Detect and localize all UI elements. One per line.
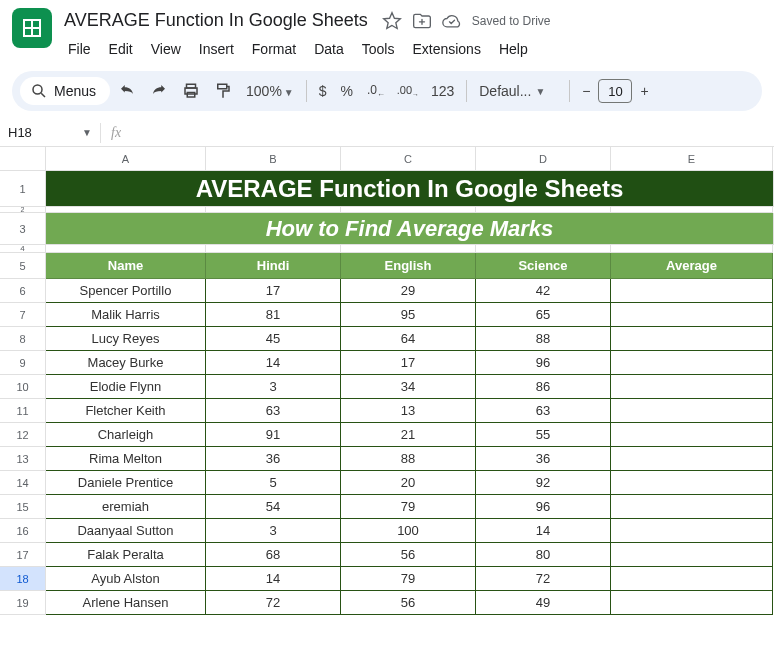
col-header-A[interactable]: A — [46, 147, 206, 170]
row-header[interactable]: 19 — [0, 591, 46, 615]
cell-english[interactable]: 29 — [341, 279, 476, 303]
increase-decimal-button[interactable]: .00→ — [393, 76, 423, 106]
cell-english[interactable]: 95 — [341, 303, 476, 327]
cell-science[interactable]: 55 — [476, 423, 611, 447]
header-average[interactable]: Average — [611, 253, 773, 279]
cell-average[interactable] — [611, 375, 773, 399]
zoom-select[interactable]: 100% ▼ — [240, 83, 300, 99]
cell-hindi[interactable]: 72 — [206, 591, 341, 615]
header-name[interactable]: Name — [46, 253, 206, 279]
print-button[interactable] — [176, 76, 206, 106]
cell-name[interactable]: Daanyaal Sutton — [46, 519, 206, 543]
cell-name[interactable]: Daniele Prentice — [46, 471, 206, 495]
currency-button[interactable]: $ — [313, 83, 333, 99]
document-title[interactable]: AVERAGE Function In Google Sheets — [60, 8, 372, 33]
row-header[interactable]: 4 — [0, 245, 46, 253]
menu-insert[interactable]: Insert — [191, 37, 242, 61]
menu-extensions[interactable]: Extensions — [404, 37, 488, 61]
star-icon[interactable] — [382, 11, 402, 31]
redo-button[interactable] — [144, 76, 174, 106]
row-header[interactable]: 1 — [0, 171, 46, 207]
cell-average[interactable] — [611, 327, 773, 351]
cell-english[interactable]: 64 — [341, 327, 476, 351]
cell-name[interactable]: Elodie Flynn — [46, 375, 206, 399]
cell-hindi[interactable]: 81 — [206, 303, 341, 327]
cell-name[interactable]: Spencer Portillo — [46, 279, 206, 303]
cell-science[interactable]: 80 — [476, 543, 611, 567]
cell-average[interactable] — [611, 279, 773, 303]
cell-average[interactable] — [611, 447, 773, 471]
col-header-D[interactable]: D — [476, 147, 611, 170]
row-header[interactable]: 12 — [0, 423, 46, 447]
cell-english[interactable]: 13 — [341, 399, 476, 423]
cell-average[interactable] — [611, 303, 773, 327]
cell-science[interactable]: 36 — [476, 447, 611, 471]
cell-average[interactable] — [611, 591, 773, 615]
cell-name[interactable]: Falak Peralta — [46, 543, 206, 567]
cell-science[interactable]: 63 — [476, 399, 611, 423]
font-size-input[interactable]: 10 — [598, 79, 632, 103]
cell-science[interactable]: 65 — [476, 303, 611, 327]
menu-tools[interactable]: Tools — [354, 37, 403, 61]
cell-english[interactable]: 21 — [341, 423, 476, 447]
cell-science[interactable]: 92 — [476, 471, 611, 495]
cell-hindi[interactable]: 14 — [206, 351, 341, 375]
font-select[interactable]: Defaul... ▼ — [473, 83, 563, 99]
paint-format-button[interactable] — [208, 76, 238, 106]
row-header[interactable]: 10 — [0, 375, 46, 399]
menu-view[interactable]: View — [143, 37, 189, 61]
row-header[interactable]: 13 — [0, 447, 46, 471]
cell-english[interactable]: 88 — [341, 447, 476, 471]
search-menus[interactable]: Menus — [20, 77, 110, 105]
cell-name[interactable]: Rima Melton — [46, 447, 206, 471]
menu-edit[interactable]: Edit — [101, 37, 141, 61]
increase-font-button[interactable]: + — [634, 83, 654, 99]
cell-name[interactable]: eremiah — [46, 495, 206, 519]
cell-name[interactable]: Charleigh — [46, 423, 206, 447]
cell-english[interactable]: 100 — [341, 519, 476, 543]
decrease-font-button[interactable]: − — [576, 83, 596, 99]
cell-name[interactable]: Arlene Hansen — [46, 591, 206, 615]
cell-hindi[interactable]: 68 — [206, 543, 341, 567]
select-all-corner[interactable] — [0, 147, 46, 170]
row-header[interactable]: 16 — [0, 519, 46, 543]
col-header-E[interactable]: E — [611, 147, 773, 170]
header-hindi[interactable]: Hindi — [206, 253, 341, 279]
row-header[interactable]: 15 — [0, 495, 46, 519]
menu-data[interactable]: Data — [306, 37, 352, 61]
cell-english[interactable]: 79 — [341, 567, 476, 591]
cell-english[interactable]: 34 — [341, 375, 476, 399]
cell-hindi[interactable]: 45 — [206, 327, 341, 351]
cell[interactable] — [341, 245, 476, 253]
cell-hindi[interactable]: 36 — [206, 447, 341, 471]
cell-science[interactable]: 96 — [476, 495, 611, 519]
cell-science[interactable]: 42 — [476, 279, 611, 303]
cell-hindi[interactable]: 54 — [206, 495, 341, 519]
col-header-C[interactable]: C — [341, 147, 476, 170]
menu-help[interactable]: Help — [491, 37, 536, 61]
row-header[interactable]: 8 — [0, 327, 46, 351]
cell[interactable] — [46, 245, 206, 253]
row-header[interactable]: 7 — [0, 303, 46, 327]
cell-hindi[interactable]: 5 — [206, 471, 341, 495]
menu-file[interactable]: File — [60, 37, 99, 61]
cell-average[interactable] — [611, 471, 773, 495]
cell-hindi[interactable]: 63 — [206, 399, 341, 423]
cell-hindi[interactable]: 14 — [206, 567, 341, 591]
undo-button[interactable] — [112, 76, 142, 106]
number-format-button[interactable]: 123 — [425, 83, 460, 99]
banner-subtitle-cell[interactable]: How to Find Average Marks — [46, 213, 774, 245]
cell-average[interactable] — [611, 519, 773, 543]
cell-average[interactable] — [611, 543, 773, 567]
cell-average[interactable] — [611, 399, 773, 423]
cell-hindi[interactable]: 3 — [206, 375, 341, 399]
cell-english[interactable]: 79 — [341, 495, 476, 519]
cloud-icon[interactable] — [442, 11, 462, 31]
cell-science[interactable]: 14 — [476, 519, 611, 543]
formula-input[interactable] — [131, 125, 774, 140]
header-english[interactable]: English — [341, 253, 476, 279]
cell-name[interactable]: Lucy Reyes — [46, 327, 206, 351]
row-header[interactable]: 3 — [0, 213, 46, 245]
name-box[interactable]: H18▼ — [0, 119, 100, 146]
move-icon[interactable] — [412, 11, 432, 31]
